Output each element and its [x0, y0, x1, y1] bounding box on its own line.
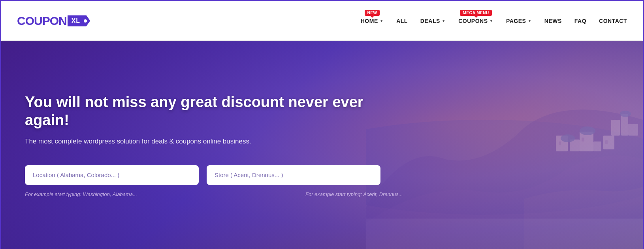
- nav-link-faq[interactable]: FAQ: [574, 18, 586, 24]
- main-nav: NEW HOME ▼ ALL DEALS ▼ MEGA MENU COUPONS: [361, 18, 627, 24]
- hero-section: You will not miss any great discount nev…: [1, 41, 643, 249]
- nav-item-news[interactable]: NEWS: [544, 18, 562, 24]
- nav-link-home[interactable]: HOME ▼: [361, 18, 384, 24]
- location-search-box[interactable]: Location ( Alabama, Colorado... ): [25, 165, 199, 185]
- location-hint: For example start typing: Washington, Al…: [25, 191, 298, 198]
- nav-badge-mega: MEGA MENU: [460, 10, 491, 16]
- location-hint-text: For example start typing: Washington, Al…: [25, 191, 137, 197]
- chevron-down-icon: ▼: [442, 19, 446, 23]
- nav-link-news[interactable]: NEWS: [544, 18, 562, 24]
- chevron-down-icon: ▼: [380, 19, 384, 23]
- nav-item-contact[interactable]: CONTACT: [599, 18, 627, 24]
- hero-title: You will not miss any great discount nev…: [25, 93, 380, 129]
- header: COUPON XL NEW HOME ▼ ALL DEALS: [1, 1, 643, 41]
- store-search-box[interactable]: Store ( Acerit, Drennus... ): [207, 165, 380, 185]
- chevron-down-icon: ▼: [490, 19, 493, 23]
- nav-item-home[interactable]: NEW HOME ▼: [361, 18, 384, 24]
- logo[interactable]: COUPON XL: [17, 14, 90, 28]
- nav-link-coupons[interactable]: COUPONS ▼: [458, 18, 493, 24]
- logo-xl-tag: XL: [68, 15, 90, 26]
- search-row: Location ( Alabama, Colorado... ) Store …: [25, 165, 380, 185]
- nav-link-all[interactable]: ALL: [396, 18, 408, 24]
- logo-text-coupon: COUPON: [17, 14, 67, 28]
- logo-dot: [84, 19, 87, 23]
- chevron-down-icon: ▼: [527, 19, 531, 23]
- nav-item-deals[interactable]: DEALS ▼: [420, 18, 446, 24]
- store-hint: For example start typing: Acerit, Drennu…: [305, 191, 578, 198]
- location-search-label: Location ( Alabama, Colorado... ): [33, 172, 119, 178]
- store-search-label: Store ( Acerit, Drennus... ): [215, 172, 283, 178]
- nav-item-pages[interactable]: PAGES ▼: [506, 18, 532, 24]
- nav-link-deals[interactable]: DEALS ▼: [420, 18, 446, 24]
- nav-item-coupons[interactable]: MEGA MENU COUPONS ▼: [458, 18, 493, 24]
- hero-content: You will not miss any great discount nev…: [25, 93, 380, 185]
- hero-subtitle: The most complete wordpress solution for…: [25, 138, 380, 145]
- nav-item-all[interactable]: ALL: [396, 18, 408, 24]
- store-hint-text: For example start typing: Acerit, Drennu…: [305, 191, 403, 197]
- nav-badge-new: NEW: [365, 10, 380, 16]
- nav-item-faq[interactable]: FAQ: [574, 18, 586, 24]
- search-hints-row: For example start typing: Washington, Al…: [25, 191, 578, 198]
- nav-link-contact[interactable]: CONTACT: [599, 18, 627, 24]
- nav-link-pages[interactable]: PAGES ▼: [506, 18, 532, 24]
- logo-tag: XL: [68, 15, 90, 26]
